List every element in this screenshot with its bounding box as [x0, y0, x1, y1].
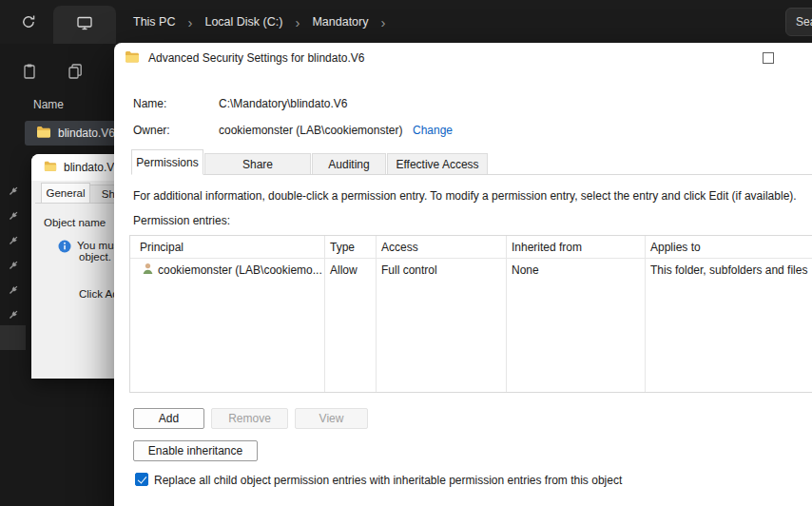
search-text: Sea	[796, 15, 812, 29]
column-header-inherited-from[interactable]: Inherited from	[506, 241, 645, 254]
folder-icon	[36, 125, 51, 143]
pin-icon[interactable]	[7, 185, 20, 198]
folder-icon	[44, 160, 57, 176]
owner-label: Owner:	[133, 124, 170, 137]
add-button[interactable]: Add	[133, 408, 204, 429]
column-header-principal[interactable]: Principal	[130, 241, 324, 254]
replace-checkbox[interactable]	[135, 473, 148, 486]
screen: This PC › Local Disk (C:) › Mandatory › …	[0, 0, 812, 506]
dialog-tabstrip: Permissions Share Auditing Effective Acc…	[131, 149, 812, 175]
object-name-label: Object name	[44, 217, 106, 228]
permission-entries-label: Permission entries:	[133, 214, 230, 227]
table-header-row: Principal Type Access Inherited from App…	[130, 236, 812, 259]
dialog-title: Advanced Security Settings for blindato.…	[148, 51, 364, 65]
info-icon	[58, 240, 71, 253]
tab-general[interactable]: General	[41, 183, 90, 204]
breadcrumb-local-disk[interactable]: Local Disk (C:)	[204, 15, 282, 29]
column-divider	[645, 236, 646, 392]
tab-permissions[interactable]: Permissions	[131, 149, 203, 175]
tab-effective-access[interactable]: Effective Access	[387, 153, 488, 174]
tab-share[interactable]: Share	[204, 153, 311, 174]
properties-dialog: blindato.V General Sha Object name You m…	[31, 154, 127, 379]
dialog-titlebar: Advanced Security Settings for blindato.…	[114, 43, 812, 73]
column-divider	[506, 236, 507, 392]
breadcrumb: This PC › Local Disk (C:) › Mandatory ›	[133, 0, 385, 44]
change-owner-link[interactable]: Change	[413, 124, 453, 137]
column-header-applies-to[interactable]: Applies to	[645, 241, 812, 254]
info-text-line1: You mus	[77, 240, 119, 251]
maximize-button[interactable]	[763, 52, 774, 64]
name-column-header[interactable]: Name	[33, 98, 64, 111]
access-cell: Full control	[376, 263, 506, 277]
file-name: blindato.V6	[58, 126, 115, 140]
refresh-icon[interactable]	[21, 14, 36, 29]
column-divider	[324, 236, 325, 392]
name-value: C:\Mandatory\blindato.V6	[219, 97, 347, 110]
user-icon	[141, 262, 155, 279]
pin-icon[interactable]	[7, 308, 20, 321]
inherited-from-cell: None	[506, 263, 645, 277]
nav-selected-item[interactable]	[0, 325, 26, 350]
enable-inheritance-button[interactable]: Enable inheritance	[133, 440, 258, 461]
replace-checkbox-label[interactable]: Replace all child object permission entr…	[154, 474, 622, 487]
principal-text: cookiemonster (LAB\cookiemo...	[158, 263, 322, 277]
pin-icon[interactable]	[7, 259, 20, 272]
applies-to-cell: This folder, subfolders and files	[645, 263, 812, 277]
info-text-line2: object.	[79, 251, 111, 263]
breadcrumb-this-pc[interactable]: This PC	[133, 15, 175, 29]
file-row-blindato[interactable]: blindato.V6	[25, 121, 127, 146]
this-pc-icon	[76, 14, 93, 35]
principal-cell: cookiemonster (LAB\cookiemo...	[130, 262, 324, 279]
column-divider	[376, 236, 377, 392]
paste-icon[interactable]	[21, 63, 38, 80]
breadcrumb-mandatory[interactable]: Mandatory	[312, 15, 368, 29]
type-cell: Allow	[324, 263, 376, 277]
explorer-titlebar: This PC › Local Disk (C:) › Mandatory › …	[0, 0, 812, 44]
advanced-security-dialog: Advanced Security Settings for blindato.…	[114, 43, 812, 506]
properties-titlebar: blindato.V	[31, 154, 127, 181]
view-button[interactable]: View	[295, 408, 368, 429]
instructions-text: For additional information, double-click…	[133, 189, 797, 203]
permission-entry-row[interactable]: cookiemonster (LAB\cookiemo... Allow Ful…	[130, 259, 812, 282]
folder-icon	[125, 49, 140, 68]
explorer-tab[interactable]	[53, 6, 116, 44]
tab-auditing[interactable]: Auditing	[312, 153, 386, 174]
pin-icon[interactable]	[7, 209, 20, 223]
remove-button[interactable]: Remove	[211, 408, 288, 429]
properties-title: blindato.V	[64, 161, 114, 174]
permission-entries-table: Principal Type Access Inherited from App…	[129, 235, 812, 393]
chevron-right-icon[interactable]: ›	[295, 15, 300, 29]
owner-value: cookiemonster (LAB\cookiemonster)	[219, 124, 402, 137]
chevron-right-icon[interactable]: ›	[380, 15, 385, 29]
hint-text: Click Ad	[79, 288, 119, 300]
pin-icon[interactable]	[7, 283, 20, 297]
search-input[interactable]: Sea	[785, 8, 812, 36]
name-label: Name:	[133, 97, 166, 110]
chevron-right-icon[interactable]: ›	[187, 15, 192, 29]
copy-icon[interactable]	[67, 63, 84, 80]
column-header-type[interactable]: Type	[324, 241, 376, 254]
column-header-access[interactable]: Access	[376, 241, 506, 254]
pin-icon[interactable]	[7, 234, 20, 247]
